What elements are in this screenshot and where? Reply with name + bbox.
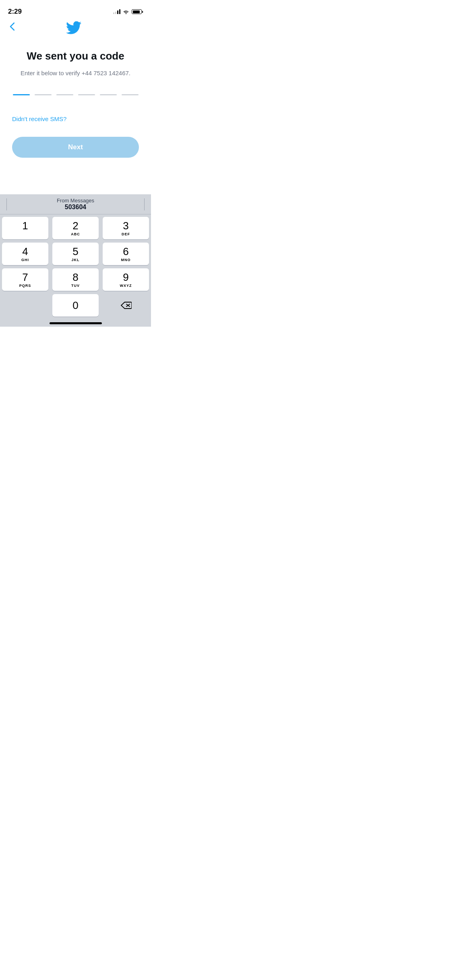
home-indicator — [0, 319, 151, 327]
autofill-code: 503604 — [12, 204, 139, 211]
page-title: We sent you a code — [12, 50, 139, 62]
home-bar — [50, 322, 102, 324]
key-8[interactable]: 8 TUV — [52, 268, 99, 291]
delete-key[interactable] — [103, 294, 149, 317]
code-input-1[interactable] — [13, 94, 30, 95]
code-input-6[interactable] — [122, 94, 139, 95]
battery-icon — [132, 9, 143, 14]
signal-icon — [113, 9, 120, 14]
key-0[interactable]: 0 — [52, 294, 99, 317]
twitter-logo — [66, 21, 81, 34]
page-subtitle: Enter it below to verify +44 7523 142467… — [12, 69, 139, 78]
main-content: We sent you a code Enter it below to ver… — [0, 38, 151, 158]
code-input-2[interactable] — [35, 94, 52, 95]
key-6[interactable]: 6 MNO — [103, 243, 149, 265]
back-button[interactable] — [8, 21, 16, 35]
backspace-icon — [120, 301, 132, 309]
wifi-icon — [123, 9, 129, 14]
status-icons — [113, 9, 143, 14]
keyboard-area: From Messages 503604 1 2 ABC 3 DEF 4 GHI… — [0, 194, 151, 327]
key-1[interactable]: 1 — [2, 217, 48, 239]
nav-bar — [0, 18, 151, 38]
resend-sms-link[interactable]: Didn't receive SMS? — [12, 115, 66, 122]
key-3[interactable]: 3 DEF — [103, 217, 149, 239]
key-2[interactable]: 2 ABC — [52, 217, 99, 239]
status-time: 2:29 — [8, 8, 22, 16]
key-9[interactable]: 9 WXYZ — [103, 268, 149, 291]
autofill-divider-left — [6, 198, 7, 210]
key-5[interactable]: 5 JKL — [52, 243, 99, 265]
key-7[interactable]: 7 PQRS — [2, 268, 48, 291]
autofill-divider-right — [144, 198, 145, 210]
code-input-area[interactable] — [12, 94, 139, 95]
autofill-from-label: From Messages — [12, 198, 139, 204]
code-input-5[interactable] — [100, 94, 117, 95]
autofill-bar[interactable]: From Messages 503604 — [0, 194, 151, 214]
numpad: 1 2 ABC 3 DEF 4 GHI 5 JKL 6 MNO 7 PQRS — [0, 214, 151, 319]
code-input-4[interactable] — [78, 94, 95, 95]
code-input-3[interactable] — [56, 94, 73, 95]
status-bar: 2:29 — [0, 0, 151, 18]
key-empty — [2, 294, 48, 317]
key-4[interactable]: 4 GHI — [2, 243, 48, 265]
autofill-suggestion[interactable]: From Messages 503604 — [12, 198, 139, 211]
next-button[interactable]: Next — [12, 137, 139, 158]
